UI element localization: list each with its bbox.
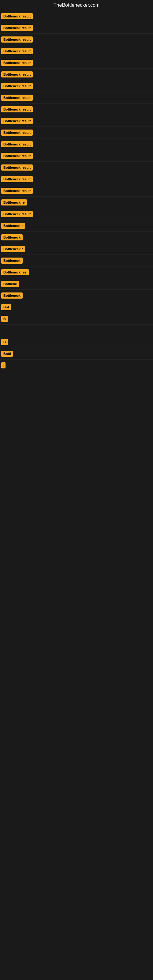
list-item[interactable] (0, 325, 153, 336)
bottleneck-badge[interactable]: Bottlene (1, 281, 19, 287)
bottleneck-badge[interactable]: Bottleneck result (1, 48, 33, 54)
list-item[interactable]: Bottleneck result (0, 127, 153, 138)
bottleneck-badge[interactable]: B (1, 339, 8, 345)
bottleneck-badge[interactable]: Bottleneck result (1, 211, 33, 217)
bottleneck-badge[interactable]: Bottleneck result (1, 72, 33, 78)
list-item[interactable]: Bottleneck result (0, 115, 153, 127)
list-item[interactable]: Bottleneck result (0, 10, 153, 22)
list-item[interactable]: Bottleneck result (0, 68, 153, 80)
list-item[interactable]: Bottleneck result (0, 208, 153, 220)
bottleneck-badge[interactable]: Bottl (1, 351, 13, 357)
bottleneck-badge[interactable]: Bottleneck (1, 258, 22, 264)
list-item[interactable]: Bot (0, 301, 153, 313)
list-item[interactable]: Bottleneck r (0, 220, 153, 232)
bottleneck-badge[interactable]: Bottleneck result (1, 106, 33, 112)
bottleneck-badge[interactable]: Bottleneck result (1, 13, 33, 19)
list-item[interactable]: Bottleneck result (0, 34, 153, 45)
list-item[interactable]: | (0, 360, 153, 371)
list-item[interactable]: Bottl (0, 348, 153, 360)
list-item[interactable]: Bottleneck result (0, 45, 153, 57)
list-item[interactable]: Bottleneck result (0, 162, 153, 173)
bottleneck-badge[interactable]: Bottleneck result (1, 25, 33, 31)
list-item[interactable]: Bottleneck result (0, 185, 153, 197)
bottleneck-badge[interactable]: Bottleneck result (1, 130, 33, 136)
bottleneck-badge[interactable]: B (1, 316, 8, 322)
bottleneck-badge[interactable]: Bottleneck (1, 293, 22, 299)
list-item[interactable]: Bottleneck (0, 232, 153, 243)
bottleneck-badge[interactable]: Bottleneck result (1, 83, 33, 89)
list-item[interactable]: Bottleneck result (0, 150, 153, 162)
bottleneck-badge[interactable]: Bot (1, 304, 11, 310)
list-item[interactable]: Bottleneck (0, 290, 153, 301)
list-item[interactable]: Bottleneck (0, 255, 153, 266)
list-item[interactable]: Bottleneck result (0, 80, 153, 92)
bottleneck-badge[interactable]: Bottleneck result (1, 176, 33, 182)
bottleneck-badge[interactable]: Bottleneck result (1, 141, 33, 147)
list-item[interactable]: Bottleneck res (0, 266, 153, 278)
bottleneck-badge[interactable]: | (1, 362, 5, 368)
bottleneck-badge[interactable]: Bottleneck result (1, 188, 33, 194)
list-item[interactable]: Bottleneck result (0, 138, 153, 150)
bottleneck-badge[interactable]: Bottleneck re (1, 199, 27, 205)
bottleneck-badge[interactable]: Bottleneck result (1, 37, 33, 43)
bottleneck-badge[interactable]: Bottleneck result (1, 118, 33, 124)
bottleneck-badge[interactable]: Bottleneck result (1, 95, 33, 101)
list-item[interactable]: B (0, 336, 153, 348)
bottleneck-badge[interactable]: Bottleneck r (1, 223, 25, 229)
list-item[interactable]: Bottleneck result (0, 173, 153, 185)
site-title: TheBottlenecker.com (0, 0, 153, 10)
bottleneck-badge[interactable]: Bottleneck result (1, 60, 33, 66)
bottleneck-badge[interactable]: Bottleneck res (1, 269, 29, 275)
bottleneck-badge[interactable]: Bottleneck r (1, 246, 25, 252)
bottleneck-badge[interactable]: Bottleneck result (1, 164, 33, 170)
list-item[interactable]: Bottleneck r (0, 243, 153, 255)
list-item[interactable]: Bottleneck result (0, 92, 153, 103)
list-item[interactable]: Bottleneck re (0, 197, 153, 208)
list-item[interactable]: Bottleneck result (0, 57, 153, 68)
list-item[interactable]: B (0, 313, 153, 325)
list-item[interactable]: Bottlene (0, 278, 153, 290)
list-item[interactable]: Bottleneck result (0, 22, 153, 34)
list-item[interactable]: Bottleneck result (0, 103, 153, 115)
bottleneck-badge[interactable]: Bottleneck (1, 234, 22, 240)
bottleneck-badge[interactable]: Bottleneck result (1, 153, 33, 159)
